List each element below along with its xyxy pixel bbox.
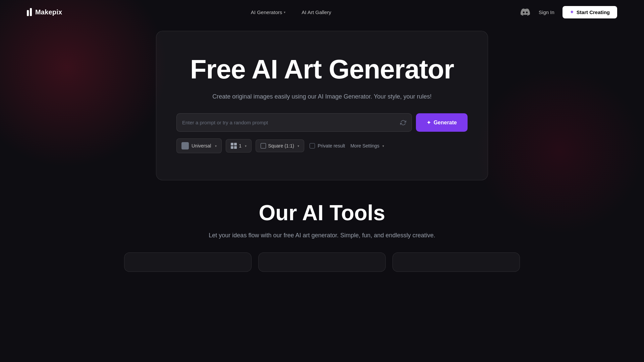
tools-subtitle: Let your ideas flow with our free AI art… [27,232,617,239]
generate-sparkle-icon: ✦ [427,120,431,126]
tool-card-2[interactable] [258,252,386,272]
tool-card-3[interactable] [392,252,520,272]
count-chevron-icon: ▾ [245,144,247,148]
logo-bar-2 [30,8,32,16]
private-result-checkbox[interactable] [310,143,315,148]
options-row: Universal ▾ 1 ▾ Square (1:1) ▾ [176,138,468,153]
private-result-label[interactable]: Private result [310,143,345,148]
more-settings-chevron-icon: ▾ [382,144,384,148]
tools-cards-row [27,252,617,272]
logo-icon [27,8,32,16]
refresh-icon[interactable] [400,120,406,126]
hero-title: Free AI Art Generator [190,55,454,84]
sign-in-button[interactable]: Sign In [539,9,554,15]
nav-ai-generators[interactable]: AI Generators ▾ [251,9,285,15]
prompt-input[interactable] [182,114,400,131]
hero-subtitle: Create original images easily using our … [212,92,431,101]
prompt-input-wrapper [176,113,412,132]
prompt-row: ✦ Generate [176,113,468,132]
nav-ai-art-gallery[interactable]: AI Art Gallery [302,9,331,15]
logo[interactable]: Makepix [27,8,62,16]
model-color-dot [181,142,189,149]
more-settings-dropdown[interactable]: More Settings ▾ [351,143,384,148]
size-chevron-icon: ▾ [298,144,299,148]
generate-button[interactable]: ✦ Generate [416,113,468,132]
chevron-down-icon: ▾ [284,10,285,14]
size-dropdown[interactable]: Square (1:1) ▾ [256,139,304,152]
start-creating-button[interactable]: ✦ Start Creating [562,6,617,18]
model-chevron-icon: ▾ [215,144,217,148]
nav-links: AI Generators ▾ AI Art Gallery [251,9,331,15]
nav-right-actions: Sign In ✦ Start Creating [520,6,617,18]
count-dropdown[interactable]: 1 ▾ [226,139,252,153]
grid-icon [231,143,237,149]
tools-section: Our AI Tools Let your ideas flow with ou… [0,180,644,272]
tools-title: Our AI Tools [27,200,617,225]
logo-bar-1 [27,10,29,16]
hero-card: Free AI Art Generator Create original im… [156,31,488,180]
tool-card-1[interactable] [124,252,252,272]
discord-icon[interactable] [520,7,531,17]
navbar: Makepix AI Generators ▾ AI Art Gallery S… [0,0,644,24]
brand-name: Makepix [35,8,62,16]
model-dropdown[interactable]: Universal ▾ [176,138,222,153]
square-aspect-icon [261,143,266,148]
main-content: Free AI Art Generator Create original im… [0,24,644,180]
sparkle-icon: ✦ [570,9,574,15]
